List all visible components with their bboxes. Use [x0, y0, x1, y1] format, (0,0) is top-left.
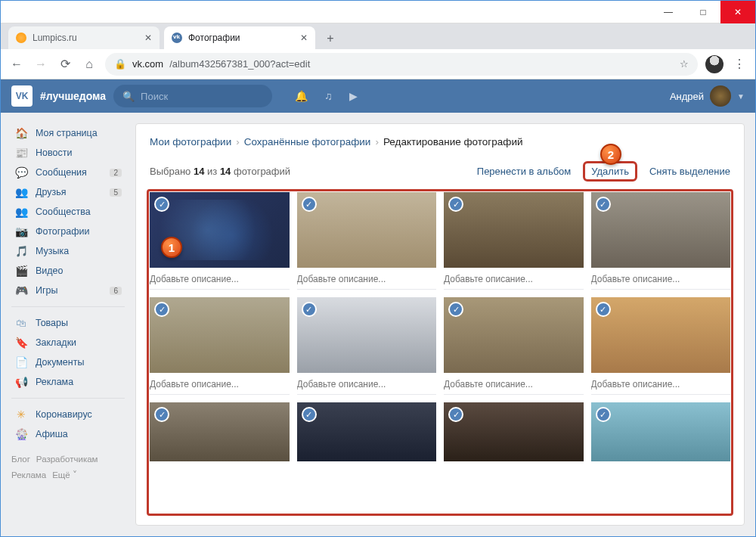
check-icon[interactable]: ✓	[302, 302, 317, 317]
back-button[interactable]: ←	[8, 57, 25, 71]
photo-thumbnail[interactable]: ✓	[150, 402, 290, 461]
profile-avatar-button[interactable]	[705, 55, 723, 73]
sidebar-item[interactable]: 🎵Музыка	[11, 241, 125, 261]
footer-link[interactable]: Ещё ˅	[52, 470, 77, 480]
photo-thumbnail[interactable]: ✓	[150, 297, 290, 373]
check-icon[interactable]: ✓	[596, 197, 611, 212]
annotation-badge-2: 2	[600, 144, 621, 165]
check-icon[interactable]: ✓	[596, 407, 611, 422]
photo-description-input[interactable]	[150, 268, 290, 290]
photo-item[interactable]: ✓	[444, 297, 584, 395]
photo-thumbnail[interactable]: ✓	[297, 297, 437, 373]
user-menu[interactable]: Андрей ▼	[670, 85, 745, 107]
sidebar-item[interactable]: 👥Друзья5	[11, 182, 125, 202]
content-card: Мои фотографии › Сохранённые фотографии …	[135, 123, 745, 526]
sidebar-item[interactable]: 🏠Моя страница	[11, 123, 125, 143]
browser-tab-lumpics[interactable]: Lumpics.ru ✕	[8, 26, 160, 49]
deselect-link[interactable]: Снять выделение	[649, 166, 730, 177]
footer-link[interactable]: Реклама	[11, 470, 46, 480]
close-icon[interactable]: ✕	[300, 33, 308, 43]
breadcrumb-my-photos[interactable]: Мои фотографии	[150, 136, 231, 147]
window-minimize-button[interactable]: —	[651, 1, 686, 23]
photo-thumbnail[interactable]: ✓	[297, 402, 437, 461]
photo-description-input[interactable]	[297, 268, 437, 290]
move-to-album-link[interactable]: Перенести в альбом	[477, 166, 572, 177]
photo-item[interactable]: ✓	[297, 402, 437, 461]
sidebar-item[interactable]: ✳Коронавирус	[11, 405, 125, 424]
username-label: Андрей	[670, 91, 704, 102]
check-icon[interactable]: ✓	[448, 197, 463, 212]
photo-description-input[interactable]	[591, 373, 731, 395]
check-icon[interactable]: ✓	[154, 197, 169, 212]
check-icon[interactable]: ✓	[154, 302, 169, 317]
photo-item[interactable]: ✓	[591, 297, 731, 395]
address-bar[interactable]: 🔒 vk.com/album432567381_000?act=edit ☆	[105, 53, 698, 76]
photo-description-input[interactable]	[591, 268, 731, 290]
photo-thumbnail[interactable]: ✓	[444, 402, 584, 461]
music-icon[interactable]: ♫	[324, 90, 333, 102]
sidebar-item[interactable]: 🔖Закладки	[11, 333, 125, 352]
check-icon[interactable]: ✓	[154, 407, 169, 422]
reload-button[interactable]: ⟳	[57, 57, 73, 71]
browser-tab-photos[interactable]: Фотографии ✕	[164, 26, 315, 49]
photo-description-input[interactable]	[444, 373, 584, 395]
photo-thumbnail[interactable]: ✓	[591, 297, 731, 373]
sidebar-item[interactable]: 📢Реклама	[11, 372, 125, 392]
sidebar-item[interactable]: 🎡Афиша	[11, 424, 125, 444]
photo-description-input[interactable]	[150, 373, 290, 395]
photo-item[interactable]: ✓	[444, 402, 584, 461]
new-tab-button[interactable]: +	[320, 28, 341, 49]
search-input[interactable]: 🔍 Поиск	[113, 85, 272, 107]
photo-item[interactable]: ✓	[591, 192, 731, 290]
video-icon[interactable]: ▶	[349, 90, 358, 102]
sidebar-item[interactable]: 📰Новости	[11, 143, 125, 163]
titlebar: — □ ✕	[1, 1, 755, 23]
footer-link[interactable]: Разработчикам	[36, 455, 98, 464]
sidebar-icon: 🎡	[14, 428, 28, 440]
photo-description-input[interactable]	[297, 373, 437, 395]
delete-link[interactable]: Удалить	[591, 166, 629, 177]
search-placeholder: Поиск	[141, 91, 168, 102]
window-maximize-button[interactable]: □	[686, 1, 720, 23]
photo-item[interactable]: ✓	[150, 297, 290, 395]
sidebar-item[interactable]: 👥Сообщества	[11, 202, 125, 222]
bookmark-star-icon[interactable]: ☆	[680, 58, 689, 70]
footer-link[interactable]: Блог	[11, 455, 30, 464]
sidebar-item[interactable]: 📄Документы	[11, 352, 125, 372]
photo-thumbnail[interactable]: ✓	[591, 402, 731, 461]
vk-favicon-icon	[172, 33, 182, 43]
check-icon[interactable]: ✓	[448, 302, 463, 317]
photo-item[interactable]: ✓	[297, 192, 437, 290]
photo-item[interactable]: ✓	[444, 192, 584, 290]
sidebar-item[interactable]: 🛍Товары	[11, 313, 125, 333]
photo-item[interactable]: ✓	[150, 402, 290, 461]
home-button[interactable]: ⌂	[81, 57, 98, 71]
window-close-button[interactable]: ✕	[720, 1, 755, 23]
sidebar-item[interactable]: 🎮Игры6	[11, 281, 125, 300]
close-icon[interactable]: ✕	[144, 33, 152, 43]
sidebar-icon: 📰	[14, 147, 28, 159]
sidebar-item[interactable]: 💬Сообщения2	[11, 163, 125, 182]
photo-thumbnail[interactable]: ✓	[444, 192, 584, 268]
menu-button[interactable]: ⋮	[731, 57, 748, 71]
sidebar-item[interactable]: 🎬Видео	[11, 261, 125, 281]
photo-thumbnail[interactable]: ✓	[444, 297, 584, 373]
photo-thumbnail[interactable]: ✓	[591, 192, 731, 268]
sidebar-item-label: Документы	[36, 357, 84, 368]
sidebar: 🏠Моя страница📰Новости💬Сообщения2👥Друзья5…	[11, 123, 125, 526]
check-icon[interactable]: ✓	[448, 407, 463, 422]
photo-thumbnail[interactable]: ✓	[297, 192, 437, 268]
vk-header: VK #лучшедома 🔍 Поиск 🔔 ♫ ▶ Андрей ▼	[1, 79, 755, 113]
photo-item[interactable]: ✓	[297, 297, 437, 395]
lock-icon: 🔒	[114, 58, 126, 70]
breadcrumb-saved-photos[interactable]: Сохранённые фотографии	[244, 136, 371, 147]
photo-description-input[interactable]	[444, 268, 584, 290]
sidebar-item[interactable]: 📷Фотографии	[11, 222, 125, 241]
photo-item[interactable]: ✓	[591, 402, 731, 461]
check-icon[interactable]: ✓	[302, 197, 317, 212]
check-icon[interactable]: ✓	[302, 407, 317, 422]
check-icon[interactable]: ✓	[596, 302, 611, 317]
vk-hashtag[interactable]: #лучшедома	[40, 90, 106, 102]
vk-logo-icon[interactable]: VK	[11, 85, 33, 107]
notifications-icon[interactable]: 🔔	[295, 90, 308, 102]
